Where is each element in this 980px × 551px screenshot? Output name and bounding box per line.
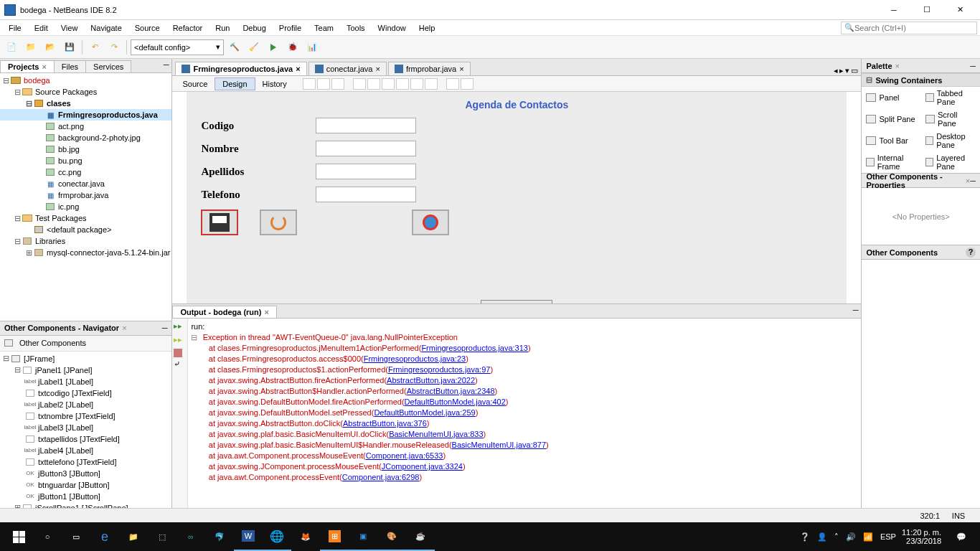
- java-app-icon[interactable]: ☕: [406, 522, 435, 551]
- label-codigo[interactable]: Codigo: [201, 120, 316, 132]
- tree-file[interactable]: ▦frmprobar.java: [0, 189, 171, 201]
- tree-component[interactable]: OKjButton1 [JButton]: [0, 491, 171, 502]
- selection-mode-button[interactable]: [303, 78, 316, 90]
- search-input[interactable]: [854, 24, 969, 32]
- menu-debug[interactable]: Debug: [237, 22, 271, 34]
- input-nombre[interactable]: [316, 141, 416, 156]
- tree-jpanel[interactable]: ⊟jPanel1 [JPanel]: [0, 364, 171, 376]
- editor-tab[interactable]: conectar.java×: [308, 62, 387, 75]
- paint-icon[interactable]: 🎨: [377, 522, 406, 551]
- palette-item[interactable]: Layered Pane: [921, 151, 980, 173]
- tab-projects[interactable]: Projects×: [0, 60, 55, 72]
- minimize-panel-button[interactable]: ─: [970, 62, 976, 70]
- palette-item[interactable]: Scroll Pane: [921, 108, 980, 130]
- preview-button[interactable]: [331, 78, 344, 90]
- start-button[interactable]: [4, 522, 33, 551]
- tree-test-packages[interactable]: ⊟Test Packages: [0, 212, 171, 224]
- edge-icon[interactable]: e: [90, 522, 119, 551]
- menu-file[interactable]: File: [3, 22, 27, 34]
- tree-jar[interactable]: ⊞mysql-connector-java-5.1.24-bin.jar: [0, 247, 171, 258]
- menu-tools[interactable]: Tools: [341, 22, 371, 34]
- menu-source[interactable]: Source: [129, 22, 166, 34]
- maximize-button[interactable]: ☐: [911, 2, 943, 18]
- run-button[interactable]: [265, 39, 282, 56]
- language-indicator[interactable]: ESP: [880, 532, 896, 541]
- tray-chevron-icon[interactable]: ˄: [834, 532, 839, 542]
- open-project-button[interactable]: 📂: [42, 39, 59, 56]
- input-apellidos[interactable]: [316, 164, 416, 179]
- close-icon[interactable]: ×: [895, 62, 900, 70]
- resize-h-button[interactable]: [446, 78, 459, 90]
- editor-tab[interactable]: Frmingresoproductos.java×: [175, 62, 306, 75]
- profile-button[interactable]: 📊: [303, 39, 321, 56]
- minimize-panel-button[interactable]: ─: [853, 306, 859, 314]
- tree-component[interactable]: txtnombre [JTextField]: [0, 410, 171, 422]
- tree-component[interactable]: labeljLabel2 [JLabel]: [0, 399, 171, 410]
- palette-body[interactable]: Swing Containers Panel Tabbed Pane Split…: [862, 73, 980, 173]
- menu-profile[interactable]: Profile: [273, 22, 307, 34]
- tree-component[interactable]: labeljLabel3 [JLabel]: [0, 422, 171, 433]
- tree-component[interactable]: txttelefono [JTextField]: [0, 456, 171, 468]
- tree-component[interactable]: labeljLabel4 [JLabel]: [0, 445, 171, 456]
- wifi-icon[interactable]: 📶: [863, 532, 873, 542]
- help-icon[interactable]: ?: [966, 248, 976, 258]
- menu-help[interactable]: Help: [413, 22, 441, 34]
- connection-mode-button[interactable]: [317, 78, 330, 90]
- tree-file[interactable]: ▦Frmingresoproductos.java: [0, 109, 171, 121]
- menu-run[interactable]: Run: [209, 22, 235, 34]
- save-all-button[interactable]: 💾: [61, 39, 78, 56]
- arduino-icon[interactable]: ∞: [176, 522, 205, 551]
- maximize-editor-button[interactable]: ▭: [851, 66, 858, 75]
- system-tray[interactable]: ❔ 👤 ˄ 🔊 📶 ESP: [800, 532, 896, 542]
- tree-component[interactable]: txtcodigo [JTextField]: [0, 387, 171, 399]
- align-center-button[interactable]: [367, 78, 380, 90]
- align-right-button[interactable]: [382, 78, 395, 90]
- palette-item[interactable]: Tabbed Pane: [921, 87, 980, 108]
- netbeans-icon[interactable]: ▣: [349, 522, 377, 551]
- form-designer[interactable]: Agenda de Contactos Codigo Nombre Apelli…: [172, 92, 861, 303]
- menu-team[interactable]: Team: [308, 22, 339, 34]
- align-bottom-button[interactable]: [425, 78, 438, 90]
- tab-services[interactable]: Services: [85, 60, 131, 72]
- next-tab-button[interactable]: ▸: [839, 66, 844, 75]
- tree-default-package[interactable]: <default package>: [0, 224, 171, 235]
- mostrar-datos-button[interactable]: mostrar datos: [481, 300, 552, 303]
- volume-icon[interactable]: 🔊: [846, 532, 856, 542]
- align-left-button[interactable]: [353, 78, 366, 90]
- task-view-button[interactable]: ▭: [62, 522, 90, 551]
- subtab-design[interactable]: Design: [215, 77, 255, 90]
- prev-tab-button[interactable]: ◂: [834, 66, 838, 75]
- menu-window[interactable]: Window: [372, 22, 412, 34]
- close-icon[interactable]: ×: [459, 65, 463, 73]
- minimize-panel-button[interactable]: ─: [970, 176, 976, 185]
- tree-jframe[interactable]: ⊟[JFrame]: [0, 353, 171, 364]
- palette-item[interactable]: Internal Frame: [862, 151, 920, 173]
- palette-item[interactable]: Panel: [862, 87, 920, 108]
- config-combo[interactable]: <default config>▾: [131, 39, 224, 55]
- project-tree[interactable]: ⊟bodega ⊟Source Packages ⊟clases ▦Frming…: [0, 73, 171, 321]
- global-search[interactable]: 🔍: [841, 22, 977, 34]
- tree-jscrollpane[interactable]: ⊞jScrollPane1 [JScrollPane]: [0, 502, 171, 508]
- label-apellidos[interactable]: Apellidos: [201, 166, 316, 178]
- tree-component[interactable]: txtapellidos [JTextField]: [0, 433, 171, 445]
- chrome-icon[interactable]: 🌐: [263, 522, 291, 551]
- mysql-icon[interactable]: 🐬: [205, 522, 234, 551]
- editor-tab[interactable]: frmprobar.java×: [388, 62, 471, 75]
- close-icon[interactable]: ×: [264, 308, 268, 316]
- menu-refactor[interactable]: Refactor: [167, 22, 209, 34]
- new-file-button[interactable]: 📄: [3, 39, 20, 56]
- tree-file[interactable]: bb.jpg: [0, 143, 171, 155]
- palette-item[interactable]: Tool Bar: [862, 130, 920, 151]
- search-button[interactable]: [412, 209, 449, 235]
- resize-v-button[interactable]: [461, 78, 473, 90]
- tree-file[interactable]: ic.png: [0, 201, 171, 212]
- tree-component[interactable]: OKjButton3 [JButton]: [0, 468, 171, 479]
- dropbox-icon[interactable]: ⬚: [148, 522, 176, 551]
- subtab-history[interactable]: History: [255, 78, 294, 90]
- build-button[interactable]: 🔨: [226, 39, 243, 56]
- save-button[interactable]: [201, 209, 238, 235]
- minimize-button[interactable]: ─: [878, 2, 910, 18]
- close-icon[interactable]: ×: [296, 65, 300, 73]
- tree-component[interactable]: labeljLabel1 [JLabel]: [0, 376, 171, 387]
- cortana-button[interactable]: ○: [33, 522, 62, 551]
